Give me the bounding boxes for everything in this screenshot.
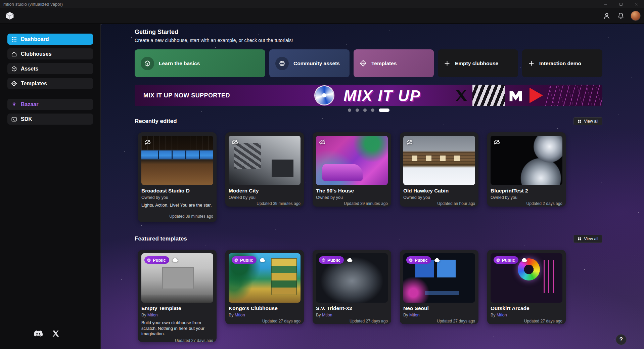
author-link[interactable]: Mtion [497,313,507,317]
sidebar-item-bazaar[interactable]: Bazaar [7,99,93,110]
sidebar-divider [7,94,93,94]
public-badge-label: Public [502,258,515,263]
window-title: mtion studio (virtualized vapor) [3,2,63,7]
cloud-icon [259,257,266,263]
window-controls [598,0,644,8]
clubhouse-card-blueprinttest-2[interactable]: BlueprintTest 2 Owned by you Updated 2 d… [487,132,566,207]
learn-the-basics-button[interactable]: Learn the basics [135,49,265,77]
action-label: Community assets [293,60,340,67]
account-button[interactable] [602,11,611,20]
getting-started-actions: Learn the basics Community assets Templa… [135,49,602,77]
sidebar-item-label: Assets [21,66,38,72]
sidebar-item-dashboard[interactable]: Dashboard [7,34,93,45]
recently-edited-row: Broadcast Studio D Owned by you Lights, … [138,132,566,222]
by-prefix: By [491,313,496,317]
sidebar-item-clubhouses[interactable]: Clubhouses [7,48,93,59]
author-link[interactable]: Mtion [409,313,420,317]
template-author-line: By Mtion [316,313,388,317]
notifications-button[interactable] [616,11,625,20]
dashboard-content: Getting Started Create a new clubhouse, … [135,24,602,349]
community-assets-button[interactable]: Community assets [269,49,350,77]
public-badge-label: Public [327,258,340,263]
view-all-label: View all [584,119,598,124]
clubhouse-card-broadcast-studio-d[interactable]: Broadcast Studio D Owned by you Lights, … [138,132,217,222]
template-card-empty-template[interactable]: Public Empty Template By Mtion Build you… [138,250,217,342]
clubhouse-updated: Updated 39 minutes ago [257,200,301,206]
terminal-icon [11,116,17,122]
cloud-off-icon [319,139,326,145]
cube-icon [11,66,17,72]
author-link[interactable]: Mtion [322,313,332,317]
plus-icon [444,60,450,67]
template-thumbnail: Public [316,253,388,303]
template-author-line: By Mtion [403,313,475,317]
clubhouse-card-the-90s-house[interactable]: The 90's House Owned by you Updated 39 m… [313,132,391,207]
template-author-line: By Mtion [491,313,562,317]
empty-clubhouse-button[interactable]: Empty clubhouse [438,49,518,77]
public-badge: Public [144,256,169,264]
carousel-dot-3[interactable] [363,108,367,112]
globe-icon [234,258,238,262]
clubhouse-card-old-hawkey-cabin[interactable]: Old Hawkey Cabin Owned by you Updated an… [400,132,478,207]
action-label: Learn the basics [159,60,200,67]
template-thumbnail: Public [403,253,475,303]
sidebar-item-sdk[interactable]: SDK [7,114,93,125]
help-button[interactable]: ? [616,334,627,345]
globe-icon [147,258,151,262]
sidebar-item-templates[interactable]: Templates [7,78,93,89]
public-badge-label: Public [153,258,166,263]
clubhouse-card-modern-city[interactable]: Modern City Owned by you Updated 39 minu… [225,132,304,207]
maximize-button[interactable] [613,0,629,8]
section-title-featured-templates: Featured templates [135,235,187,242]
recently-edited-view-all-button[interactable]: View all [573,117,602,125]
header-actions [602,11,641,21]
interaction-demo-button[interactable]: Interaction demo [522,49,602,77]
globe-icon [496,258,500,262]
carousel-dot-4[interactable] [371,108,374,112]
template-card-kongos-clubhouse[interactable]: Public Kongo's Clubhouse By Mtion Update… [225,250,304,324]
sidebar-item-label: Templates [21,81,47,87]
page-title: Getting Started [135,29,178,36]
templates-diamond-icon [360,60,367,67]
public-badge-label: Public [240,258,253,263]
carousel-dot-1[interactable] [348,108,351,112]
user-avatar[interactable] [631,11,641,21]
template-card-neo-seoul[interactable]: Public Neo Seoul By Mtion Updated 27 day… [400,250,478,324]
author-link[interactable]: Mtion [147,313,158,317]
clubhouse-updated: Updated 38 minutes ago [169,213,213,219]
clubhouse-updated: Updated an hour ago [437,200,475,206]
grid-icon [578,237,582,241]
sidebar-item-assets[interactable]: Assets [7,63,93,74]
banner-big-text: MIX IT UP [343,87,421,105]
carousel-dot-2[interactable] [356,108,359,112]
template-card-outskirt-arcade[interactable]: Public Outskirt Arcade By Mtion Updated … [487,250,566,324]
page-subtitle: Create a new clubhouse, start with an ex… [135,38,293,43]
templates-button[interactable]: Templates [354,49,434,77]
template-author-line: By Mtion [229,313,301,317]
close-button[interactable] [629,0,644,8]
template-updated: Updated 27 days ago [175,337,213,342]
template-title: Outskirt Arcade [491,305,562,311]
carousel-dot-5-active[interactable] [379,108,389,112]
sidebar: Dashboard Clubhouses Assets Templates Ba… [0,24,101,349]
discord-icon[interactable] [33,328,44,339]
clubhouse-owner: Owned by you [229,195,301,200]
featured-templates-row: Public Empty Template By Mtion Build you… [138,250,566,342]
cloud-icon [434,257,441,263]
main-content: Getting Started Create a new clubhouse, … [101,24,644,349]
clubhouse-title: Broadcast Studio D [141,188,213,194]
sidebar-item-label: Dashboard [21,36,49,42]
public-badge: Public [319,256,344,264]
x-twitter-icon[interactable] [51,329,60,338]
mix-it-up-banner[interactable]: MIX IT UP NOW SUPPORTED MIX IT UP [135,85,602,106]
featured-templates-view-all-button[interactable]: View all [573,235,602,243]
recently-edited-header: Recently edited View all [135,117,602,125]
template-updated: Updated 27 days ago [524,317,562,323]
public-badge: Public [406,256,431,264]
action-label: Templates [371,60,397,67]
grid-icon [578,119,582,123]
author-link[interactable]: Mtion [235,313,245,317]
template-description: Build your own clubhouse from scratch. N… [141,320,213,337]
minimize-button[interactable] [598,0,613,8]
template-card-sv-trident-x2[interactable]: Public S.V. Trident-X2 By Mtion Updated … [313,250,391,324]
